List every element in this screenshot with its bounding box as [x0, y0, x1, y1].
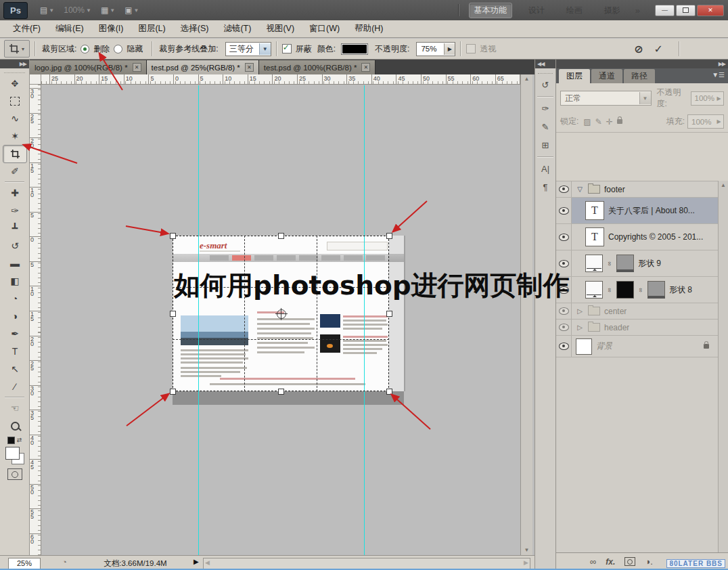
guide-overlay-select[interactable]: 三等分 ▼ [225, 42, 271, 56]
type-tool[interactable]: T [0, 343, 30, 360]
triangle-collapsed-icon[interactable]: ▷ [576, 324, 584, 331]
canvas-horizontal-scrollbar[interactable]: ◀ ▶ [203, 558, 530, 569]
arrange-documents-icon[interactable]: ▦ [101, 5, 108, 15]
crop-center-target[interactable] [277, 309, 286, 319]
eye-icon[interactable] [559, 307, 569, 315]
scroll-right-icon[interactable]: ▶ [524, 559, 528, 566]
layer-style-icon[interactable]: fx. [606, 557, 615, 567]
hand-tool[interactable]: ☜ [0, 399, 30, 417]
layers-scrollbar[interactable]: ▲ ▼ [718, 181, 728, 570]
expand-dock-chevron[interactable]: ◀◀ [535, 60, 555, 68]
workspace-button[interactable]: 摄影 [599, 3, 626, 18]
layer-row[interactable]: TCopyrights © 2005 - 201... [556, 224, 718, 250]
close-tab-icon[interactable]: ✕ [361, 63, 370, 72]
layer-content[interactable]: 背景 [572, 336, 718, 357]
document-tab[interactable]: test.psd @ 100%(RGB/8) *✕ [259, 60, 376, 74]
menu-item[interactable]: 窗口(W) [302, 20, 347, 37]
rectangular-marquee-tool[interactable] [0, 92, 30, 110]
eyedropper-tool[interactable]: ✐ [0, 162, 30, 180]
layer-content[interactable]: ▽footer [572, 181, 718, 197]
shield-color-swatch[interactable] [341, 43, 368, 55]
layer-row[interactable]: T关于八零后 | About 80... [556, 198, 718, 224]
layer-row[interactable]: ▷center [556, 303, 718, 320]
collapse-panels-chevron[interactable]: ▶▶ [556, 60, 728, 68]
document-tab[interactable]: test.psd @ 25%(RGB/8) *✕ [147, 60, 259, 74]
scroll-up-icon[interactable]: ▲ [719, 181, 728, 190]
menu-item[interactable]: 滤镜(T) [216, 20, 258, 37]
history-panel-icon[interactable]: ↺ [535, 76, 555, 94]
eye-icon[interactable] [559, 343, 569, 350]
menu-item[interactable]: 图像(I) [91, 20, 131, 37]
status-flyout-icon[interactable]: ▶ [194, 558, 199, 565]
menu-item[interactable]: 图层(L) [131, 20, 173, 37]
panel-menu-icon[interactable]: ▼☰ [712, 71, 725, 79]
history-brush-tool[interactable]: ↺ [0, 237, 30, 255]
visibility-cell[interactable] [556, 320, 572, 335]
opacity-field[interactable]: 75% ▶ [416, 42, 455, 56]
layers-panel-tab[interactable]: 路径 [624, 69, 655, 83]
current-tool-thumbnail[interactable]: ▼ [4, 40, 30, 58]
layer-row[interactable]: ∞∞形状 8 [556, 277, 718, 303]
shield-label[interactable]: 屏蔽 [296, 43, 312, 55]
scroll-left-icon[interactable]: ◀ [205, 559, 210, 566]
hide-radio-label[interactable]: 隐藏 [127, 43, 143, 55]
gradient-tool[interactable]: ◧ [0, 272, 30, 290]
ruler-corner[interactable] [30, 74, 41, 85]
horizontal-ruler[interactable]: 2520151050510152025303540455055606570 [41, 74, 520, 85]
workspace-button[interactable]: 绘画 [561, 3, 588, 18]
close-tab-icon[interactable]: ✕ [133, 63, 141, 72]
restore-button[interactable] [676, 5, 696, 16]
layer-content[interactable]: ∞∞形状 8 [572, 277, 718, 303]
crop-tool[interactable] [0, 145, 30, 162]
crop-handle[interactable] [386, 389, 392, 395]
eye-icon[interactable] [559, 260, 569, 267]
shield-checkbox[interactable] [282, 44, 292, 53]
statusbar-zoom-field[interactable]: 25% [8, 558, 41, 569]
menu-item[interactable]: 视图(V) [258, 20, 302, 37]
blend-mode-select[interactable]: 正常 ▼ [560, 91, 652, 106]
triangle-expanded-icon[interactable]: ▽ [576, 185, 584, 193]
layers-panel-tab[interactable]: 图层 [559, 69, 590, 83]
menu-item[interactable]: 编辑(E) [48, 20, 91, 37]
visibility-cell[interactable] [556, 198, 572, 223]
add-mask-icon[interactable] [624, 557, 635, 566]
healing-brush-tool[interactable]: ✚ [0, 184, 30, 202]
visibility-cell[interactable] [556, 224, 572, 250]
pen-tool[interactable]: ✒ [0, 325, 30, 343]
clone-stamp-tool[interactable]: ┻ [0, 219, 30, 237]
adjustment-layer-icon[interactable]: ◑. [645, 556, 652, 567]
move-tool[interactable]: ✥ [0, 74, 30, 92]
close-button[interactable]: ✕ [697, 5, 724, 16]
layer-content[interactable]: ▷header [572, 320, 718, 335]
chevron-right-icon[interactable]: ▶ [444, 43, 455, 55]
lock-position-icon[interactable]: ✛ [606, 117, 613, 127]
more-workspaces-chevron[interactable]: » [635, 5, 639, 16]
document-tab[interactable]: logo.jpg @ 100%(RGB/8) *✕ [30, 60, 147, 74]
vertical-ruler[interactable]: 3 02 52 01 51 05051 01 52 02 53 03 54 04… [30, 85, 41, 555]
line-tool[interactable]: ∕ [0, 378, 30, 395]
foreground-color-swatch[interactable] [5, 447, 20, 460]
default-colors-icon[interactable] [7, 437, 15, 444]
hide-radio[interactable] [114, 45, 122, 53]
eraser-tool[interactable]: ▬ [0, 255, 30, 272]
layers-panel-tab[interactable]: 通道 [591, 69, 622, 83]
tool-presets-panel-icon[interactable]: ✎ [535, 118, 555, 136]
scroll-down-icon[interactable]: ▼ [521, 546, 532, 555]
layer-content[interactable]: ▷center [572, 303, 718, 319]
layer-content[interactable]: T关于八零后 | About 80... [572, 198, 718, 223]
crop-handle[interactable] [170, 311, 176, 317]
crop-handle[interactable] [278, 233, 284, 239]
eye-icon[interactable] [559, 234, 569, 241]
minimize-button[interactable]: — [655, 5, 675, 16]
dodge-tool[interactable]: ◑ [0, 307, 30, 325]
screen-mode-icon[interactable]: ▣ [124, 5, 132, 15]
scroll-up-icon[interactable]: ▲ [521, 74, 532, 84]
character-panel-icon[interactable]: A| [535, 160, 555, 178]
layer-row[interactable]: 背景 [556, 336, 718, 357]
layer-content[interactable]: ∞形状 9 [572, 250, 718, 276]
eye-icon[interactable] [559, 324, 569, 331]
visibility-cell[interactable] [556, 181, 572, 197]
blur-tool[interactable]: ◔ [0, 290, 30, 307]
close-tab-icon[interactable]: ✕ [245, 63, 254, 72]
launch-bridge-icon[interactable]: ▤ [40, 5, 47, 15]
